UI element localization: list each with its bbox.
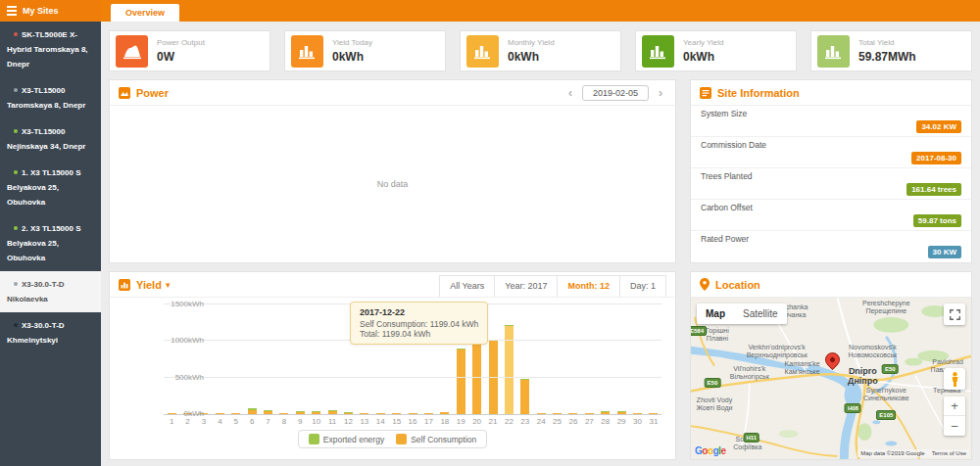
chart-bar-day-10[interactable] — [309, 305, 324, 414]
x-axis-label: 11 — [324, 417, 340, 426]
chart-bar-day-8[interactable] — [276, 305, 292, 414]
legend-swatch — [309, 434, 319, 444]
yield-tab-year-2017[interactable]: Year: 2017 — [495, 276, 558, 297]
x-axis-label: 31 — [646, 417, 662, 426]
yield-panel-title[interactable]: Yield — [136, 279, 162, 291]
yield-tab-day-1[interactable]: Day: 1 — [620, 276, 665, 297]
chevron-down-icon[interactable]: ▾ — [166, 280, 171, 290]
chart-bar-day-31[interactable] — [646, 305, 662, 414]
sidebar-item-site[interactable]: X3-TL15000 Nejinskaya 34, Dnepr — [0, 118, 101, 160]
google-logo[interactable]: Google — [695, 445, 725, 456]
site-info-row: System Size34.02 KW — [691, 106, 971, 137]
bar-stack — [248, 408, 257, 414]
x-axis-label: 29 — [613, 417, 629, 426]
site-info-label: Commission Date — [701, 140, 961, 150]
stat-value: 0kWh — [683, 50, 724, 64]
chart-bar-day-29[interactable] — [613, 305, 629, 414]
yield-tab-month-12[interactable]: Month: 12 — [558, 276, 620, 297]
chart-bar-day-24[interactable] — [533, 305, 549, 414]
sidebar-item-site[interactable]: SK-TL5000E X-Hybrid Taromskaya 8, Dnepr — [0, 22, 101, 77]
site-info-row: Rated Power30 KW — [691, 231, 971, 262]
pegman-button[interactable] — [944, 368, 965, 390]
x-axis-label: 13 — [357, 417, 372, 426]
y-axis-label: 0kWh — [165, 409, 204, 418]
x-axis-label: 6 — [244, 417, 260, 426]
x-axis-label: 16 — [405, 417, 420, 426]
yield-panel: Yield ▾ All YearsYear: 2017Month: 12Day:… — [109, 271, 676, 460]
chart-bar-day-1[interactable] — [164, 305, 179, 414]
bar-stack — [649, 413, 658, 415]
main-content: Overview Power Output0WYield Today0kWhMo… — [101, 0, 980, 466]
chart-bar-day-3[interactable] — [196, 305, 212, 414]
x-axis-label: 1 — [164, 417, 179, 426]
power-panel: Power ‹ 2019-02-05 › No data — [109, 79, 676, 263]
chart-bar-day-5[interactable] — [228, 305, 244, 414]
site-info-row: Commission Date2017-08-30 — [691, 137, 971, 168]
bar-self-segment — [376, 413, 385, 415]
chart-bar-day-4[interactable] — [212, 305, 227, 414]
date-prev-button[interactable]: ‹ — [564, 86, 576, 100]
bar-self-segment — [440, 412, 449, 414]
satellite-button[interactable]: Satellite — [734, 303, 787, 324]
site-info-label: Trees Planted — [701, 171, 961, 181]
legend-exported-energy[interactable]: Exported energy — [309, 434, 384, 444]
stats-row: Power Output0WYield Today0kWhMonthly Yie… — [109, 30, 972, 71]
legend-label: Exported energy — [323, 435, 384, 444]
chart-bar-day-2[interactable] — [179, 305, 195, 414]
x-axis-label: 27 — [581, 417, 597, 426]
legend-self-consumption[interactable]: Self Consumption — [396, 434, 476, 444]
chart-bar-day-23[interactable] — [517, 305, 533, 414]
terms-of-use-link[interactable]: Terms of Use — [932, 450, 966, 456]
bar-self-segment — [328, 411, 337, 414]
x-axis-label: 3 — [196, 417, 212, 426]
chart-bar-day-7[interactable] — [260, 305, 275, 414]
sidebar-title: My Sites — [23, 6, 59, 16]
zoom-in-button[interactable]: + — [944, 396, 965, 416]
gridline — [164, 377, 662, 378]
sidebar-header: My Sites — [0, 0, 101, 22]
bar-stack — [360, 413, 368, 415]
bar-self-segment — [279, 413, 288, 415]
bar-stack — [617, 411, 626, 414]
sidebar-item-site[interactable]: X3-30.0-T-D Nikolaevka — [0, 271, 101, 312]
map-data-credit: Map data ©2019 Google — [860, 450, 924, 456]
bar-stack — [601, 411, 610, 414]
sidebar-item-site[interactable]: 2. X3 TL15000 S Belyakova 25, Obuhovka — [0, 215, 101, 271]
x-axis-label: 19 — [453, 417, 468, 426]
sidebar-item-site[interactable]: X3-TL15000 Taromskaya 8, Dnepr — [0, 77, 101, 118]
x-axis-label: 18 — [437, 417, 453, 426]
tab-overview[interactable]: Overview — [111, 4, 179, 22]
chart-bar-day-26[interactable] — [565, 305, 581, 414]
chart-bar-day-9[interactable] — [292, 305, 308, 414]
bar-stack — [457, 349, 466, 414]
date-input[interactable]: 2019-02-05 — [582, 85, 649, 101]
site-list: SK-TL5000E X-Hybrid Taromskaya 8, DneprX… — [0, 22, 101, 353]
chart-bar-day-22[interactable] — [501, 305, 516, 414]
chart-bar-day-11[interactable] — [324, 305, 340, 414]
chart-bar-day-28[interactable] — [598, 305, 613, 414]
chart-bar-day-6[interactable] — [244, 305, 260, 414]
chart-bar-day-25[interactable] — [549, 305, 564, 414]
x-axis-label: 7 — [260, 417, 275, 426]
sidebar-item-site[interactable]: 1. X3 TL15000 S Belyakova 25, Obuhovka — [0, 160, 101, 215]
zoom-out-button[interactable]: − — [944, 416, 965, 436]
google-map[interactable]: PereshchepyneПерещепинеTsarychankaЦарича… — [691, 298, 971, 459]
fullscreen-button[interactable] — [944, 303, 965, 325]
stat-card-text: Yield Today0kWh — [332, 38, 372, 64]
bar-self-segment — [617, 412, 626, 414]
chart-bar-day-30[interactable] — [629, 305, 645, 414]
chart-legend: Exported energySelf Consumption — [298, 430, 487, 448]
sidebar-item-site[interactable]: X3-30.0-T-D Khmelnytskyi — [0, 312, 101, 353]
map-button[interactable]: Map — [697, 303, 734, 324]
tooltip-self-consumption: Self Consumption: 1199.04 kWh — [360, 319, 478, 329]
bar-stack — [344, 412, 353, 415]
date-next-button[interactable]: › — [655, 86, 666, 100]
bar-self-segment — [537, 413, 546, 415]
bar-stack — [296, 411, 305, 414]
menu-icon[interactable] — [7, 6, 17, 16]
stat-value: 0kWh — [332, 50, 372, 64]
chart-bar-day-27[interactable] — [581, 305, 597, 414]
site-info-panel: Site Information System Size34.02 KWComm… — [690, 79, 972, 263]
yield-tab-all-years[interactable]: All Years — [440, 276, 495, 297]
x-axis-label: 15 — [388, 417, 404, 426]
